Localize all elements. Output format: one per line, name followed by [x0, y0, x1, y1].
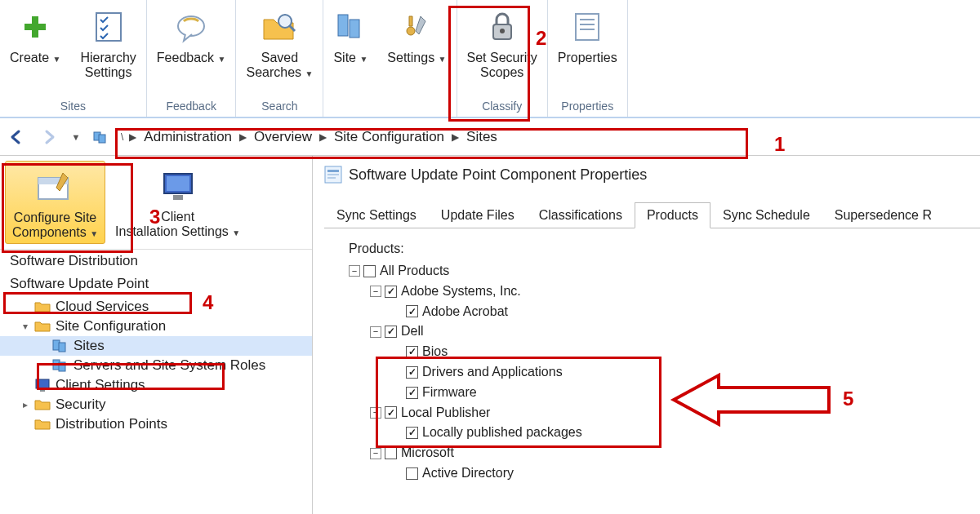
- tree-client-settings[interactable]: Client Settings: [0, 375, 312, 395]
- folder-icon: [33, 300, 52, 313]
- tab-products[interactable]: Products: [635, 202, 710, 228]
- chevron-right-icon: ▶: [237, 131, 249, 143]
- product-node: −Microsoft: [349, 443, 972, 463]
- right-pane: Software Update Point Component Properti…: [313, 156, 980, 514]
- tree-toggle-icon[interactable]: −: [370, 326, 381, 338]
- client-installation-settings-button[interactable]: ClientInstallation Settings ▼: [109, 161, 247, 244]
- ribbon-group-label: Sites: [60, 97, 86, 117]
- nav-history-dropdown[interactable]: ▼: [68, 123, 84, 151]
- monitor-icon: [159, 164, 197, 210]
- svg-rect-29: [327, 170, 339, 172]
- ribbon-group-label: Properties: [561, 97, 613, 117]
- servers-icon: [335, 3, 366, 51]
- product-checkbox[interactable]: [406, 346, 418, 358]
- hierarchy-settings-button[interactable]: HierarchySettings: [70, 0, 145, 97]
- product-node: Firmware: [349, 383, 972, 403]
- breadcrumb-bar: ▼ \ ▶ Administration▶Overview▶Site Confi…: [0, 118, 980, 156]
- settings-button[interactable]: Settings ▼: [377, 0, 456, 110]
- product-node: −Local Publisher: [349, 403, 972, 423]
- tree-item-label: Servers and Site System Roles: [74, 357, 265, 374]
- svg-rect-21: [173, 195, 183, 200]
- properties-button[interactable]: Properties: [548, 0, 627, 97]
- menu-software-distribution[interactable]: Software Distribution: [0, 250, 312, 273]
- svg-point-10: [500, 29, 505, 33]
- ribbon-button-label: Set SecurityScopes: [467, 51, 537, 81]
- product-checkbox[interactable]: [406, 305, 418, 317]
- saved-searches-button[interactable]: SavedSearches ▼: [236, 0, 323, 97]
- tree-cloud-services[interactable]: Cloud Services: [0, 297, 312, 317]
- product-label: Adobe Acrobat: [422, 302, 508, 322]
- tab-classifications[interactable]: Classifications: [527, 202, 635, 228]
- tab-supersedence-r[interactable]: Supersedence R: [822, 202, 944, 228]
- product-checkbox[interactable]: [363, 265, 376, 277]
- product-checkbox[interactable]: [406, 366, 418, 379]
- folder-icon: [33, 320, 52, 333]
- left-tool-label: ClientInstallation Settings ▼: [115, 210, 240, 239]
- nav-back-button[interactable]: [2, 123, 30, 151]
- breadcrumb-item[interactable]: Administration: [139, 129, 237, 145]
- tab-sync-settings[interactable]: Sync Settings: [324, 202, 429, 228]
- tree-toggle-icon: [391, 387, 403, 398]
- tree-toggle-icon[interactable]: −: [370, 448, 381, 459]
- tree-sites[interactable]: Sites: [0, 336, 312, 356]
- product-checkbox[interactable]: [406, 427, 418, 439]
- chevron-right-icon: \: [114, 131, 127, 143]
- ribbon-group: Set SecurityScopesClassify: [457, 0, 548, 117]
- product-node: −Dell: [349, 321, 972, 342]
- dialog-tabs: Sync SettingsUpdate FilesClassifications…: [324, 202, 980, 228]
- svg-rect-16: [99, 135, 105, 143]
- ribbon-button-label: SavedSearches ▼: [246, 51, 313, 81]
- product-node: Active Directory: [349, 463, 972, 484]
- ribbon-group: Site ▼Settings ▼: [323, 0, 457, 117]
- ribbon-group: SavedSearches ▼Search: [236, 0, 323, 117]
- breadcrumb-item[interactable]: Overview: [249, 129, 317, 145]
- tree-site-configuration[interactable]: ▾Site Configuration: [0, 317, 312, 336]
- annotation-arrow-5: [670, 371, 833, 428]
- dialog-icon: [324, 166, 342, 184]
- tree-toggle-icon[interactable]: −: [349, 265, 360, 277]
- ribbon-button-label: Feedback ▼: [157, 51, 226, 65]
- product-checkbox[interactable]: [385, 326, 397, 338]
- product-label: Microsoft: [401, 443, 454, 463]
- product-checkbox[interactable]: [385, 447, 397, 459]
- product-checkbox[interactable]: [406, 387, 418, 399]
- svg-rect-7: [350, 20, 359, 38]
- tab-sync-schedule[interactable]: Sync Schedule: [710, 202, 822, 228]
- breadcrumb-item[interactable]: Sites: [461, 129, 502, 145]
- ribbon-group-label: Feedback: [166, 97, 216, 117]
- product-label: Firmware: [422, 383, 477, 403]
- create-button[interactable]: Create ▼: [0, 0, 70, 97]
- expand-arrow-icon: ▾: [18, 321, 33, 332]
- set-security-scopes-button[interactable]: Set SecurityScopes: [457, 0, 547, 97]
- site-button[interactable]: Site ▼: [323, 0, 377, 110]
- product-node: −All Products: [349, 261, 972, 281]
- chevron-down-icon: ▼: [90, 229, 98, 238]
- breadcrumb: \ ▶ Administration▶Overview▶Site Configu…: [87, 123, 980, 151]
- menu-software-update-point[interactable]: Software Update Point: [0, 273, 312, 295]
- folder-icon: [33, 418, 52, 431]
- main-area: Configure SiteComponents ▼ClientInstalla…: [0, 156, 980, 514]
- products-tree: −All Products−Adobe Systems, Inc.Adobe A…: [349, 261, 972, 484]
- folder-search-icon: [261, 3, 298, 51]
- nav-forward-button[interactable]: [35, 123, 63, 151]
- product-checkbox[interactable]: [385, 406, 397, 419]
- tree-distribution-points[interactable]: Distribution Points: [0, 414, 312, 434]
- configure-site-components-button[interactable]: Configure SiteComponents ▼: [5, 161, 105, 244]
- tree-security[interactable]: ▸Security: [0, 395, 312, 414]
- breadcrumb-item[interactable]: Site Configuration: [329, 129, 449, 145]
- product-label: Adobe Systems, Inc.: [401, 281, 521, 302]
- product-checkbox[interactable]: [385, 286, 397, 298]
- tab-update-files[interactable]: Update Files: [429, 202, 527, 228]
- chevron-down-icon: ▼: [439, 55, 447, 64]
- tree-toggle-icon[interactable]: −: [370, 286, 381, 297]
- feedback-button[interactable]: Feedback ▼: [147, 0, 236, 97]
- tree-toggle-icon[interactable]: −: [370, 407, 381, 419]
- ribbon-group: Feedback ▼Feedback: [147, 0, 237, 117]
- svg-rect-1: [24, 24, 46, 30]
- product-node: Drivers and Applications: [349, 362, 972, 383]
- left-pane: Configure SiteComponents ▼ClientInstalla…: [0, 156, 313, 514]
- tree-servers-roles[interactable]: Servers and Site System Roles: [0, 356, 312, 375]
- chevron-right-icon: ▶: [449, 131, 461, 143]
- product-checkbox[interactable]: [406, 467, 418, 480]
- ribbon-button-label: HierarchySettings: [80, 51, 136, 81]
